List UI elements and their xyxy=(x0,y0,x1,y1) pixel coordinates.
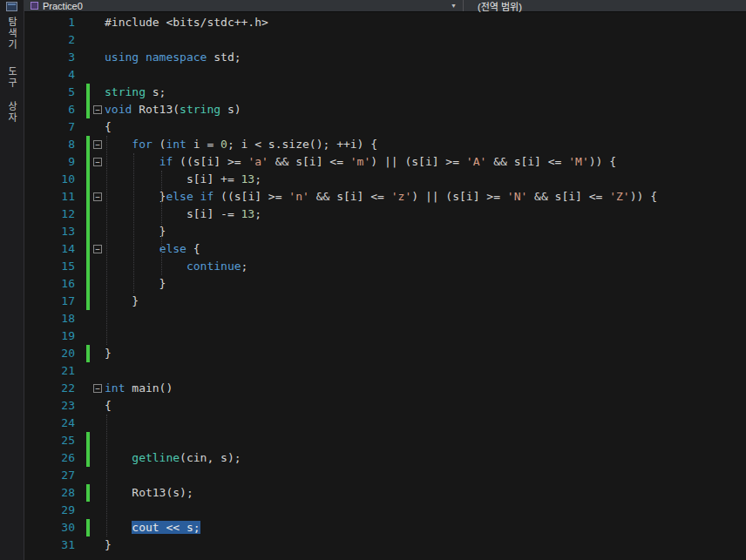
line-number[interactable]: 22 xyxy=(24,380,84,397)
project-dropdown[interactable]: Practice0 ▼ xyxy=(24,0,463,11)
line-number[interactable]: 24 xyxy=(24,415,84,432)
code-editor[interactable]: 1#include <bits/stdc++.h>23using namespa… xyxy=(24,12,746,560)
code-line[interactable]: 9− if ((s[i] >= 'a' && s[i] <= 'm') || (… xyxy=(24,153,746,171)
line-number[interactable]: 30 xyxy=(24,519,84,536)
code-text[interactable] xyxy=(105,502,746,519)
code-line[interactable]: 31} xyxy=(24,536,746,554)
line-number[interactable]: 12 xyxy=(24,206,84,223)
code-line[interactable]: 22−int main() xyxy=(24,380,746,397)
code-text[interactable]: s[i] += 13; xyxy=(105,171,746,188)
code-line[interactable]: 3using namespace std; xyxy=(24,49,746,66)
code-line[interactable]: 19 xyxy=(24,327,746,345)
line-number[interactable]: 7 xyxy=(24,118,84,136)
code-text[interactable]: } xyxy=(105,345,746,362)
code-text[interactable] xyxy=(105,432,746,449)
code-line[interactable]: 26 getline(cin, s); xyxy=(24,449,746,467)
line-number[interactable]: 2 xyxy=(24,31,84,49)
line-number[interactable]: 25 xyxy=(24,432,84,449)
code-text[interactable] xyxy=(105,362,746,380)
line-number[interactable]: 23 xyxy=(24,397,84,415)
scope-dropdown[interactable]: (전역 범위) xyxy=(464,0,746,11)
line-number[interactable]: 28 xyxy=(24,484,84,502)
collapse-region-icon[interactable]: − xyxy=(93,140,102,149)
code-text[interactable] xyxy=(105,31,746,49)
code-text[interactable]: int main() xyxy=(105,380,746,397)
line-number[interactable]: 1 xyxy=(24,14,84,31)
code-line[interactable]: 23{ xyxy=(24,397,746,415)
code-text[interactable]: using namespace std; xyxy=(105,49,746,66)
code-line[interactable]: 14− else { xyxy=(24,240,746,258)
code-line[interactable]: 25 xyxy=(24,432,746,449)
code-line[interactable]: 29 xyxy=(24,502,746,519)
code-text[interactable]: else { xyxy=(105,240,746,258)
line-number[interactable]: 3 xyxy=(24,49,84,66)
line-number[interactable]: 8 xyxy=(24,136,84,153)
line-number[interactable]: 14 xyxy=(24,240,84,258)
code-line[interactable]: 27 xyxy=(24,467,746,484)
code-text[interactable]: cout << s; xyxy=(105,519,746,536)
code-text[interactable] xyxy=(105,327,746,345)
code-text[interactable] xyxy=(105,66,746,84)
code-line[interactable]: 13 } xyxy=(24,223,746,240)
code-line[interactable]: 4 xyxy=(24,66,746,84)
code-line[interactable]: 1#include <bits/stdc++.h> xyxy=(24,14,746,31)
line-number[interactable]: 19 xyxy=(24,327,84,345)
code-line[interactable]: 24 xyxy=(24,415,746,432)
line-number[interactable]: 21 xyxy=(24,362,84,380)
code-text[interactable]: continue; xyxy=(105,258,746,275)
line-number[interactable]: 4 xyxy=(24,66,84,84)
sidebar-tab-toolbox[interactable]: 도구 상자 xyxy=(5,64,19,126)
collapse-region-icon[interactable]: − xyxy=(93,192,102,201)
code-text[interactable]: } xyxy=(105,223,746,240)
collapse-region-icon[interactable]: − xyxy=(93,384,102,393)
line-number[interactable]: 11 xyxy=(24,188,84,206)
collapse-region-icon[interactable]: − xyxy=(93,105,102,114)
code-text[interactable]: if ((s[i] >= 'a' && s[i] <= 'm') || (s[i… xyxy=(105,153,746,171)
collapse-region-icon[interactable]: − xyxy=(93,158,102,166)
code-text[interactable]: #include <bits/stdc++.h> xyxy=(105,14,746,31)
code-text[interactable]: void Rot13(string s) xyxy=(105,101,746,118)
line-number[interactable]: 17 xyxy=(24,293,84,310)
code-line[interactable]: 17 } xyxy=(24,293,746,310)
line-number[interactable]: 5 xyxy=(24,84,84,101)
code-line[interactable]: 15 continue; xyxy=(24,258,746,275)
line-number[interactable]: 16 xyxy=(24,275,84,293)
line-number[interactable]: 15 xyxy=(24,258,84,275)
line-number[interactable]: 20 xyxy=(24,345,84,362)
code-text[interactable]: } xyxy=(105,275,746,293)
code-line[interactable]: 21 xyxy=(24,362,746,380)
code-text[interactable] xyxy=(105,310,746,327)
code-text[interactable]: } xyxy=(105,536,746,554)
code-text[interactable] xyxy=(105,467,746,484)
code-line[interactable]: 16 } xyxy=(24,275,746,293)
line-number[interactable]: 18 xyxy=(24,310,84,327)
code-line[interactable]: 11− }else if ((s[i] >= 'n' && s[i] <= 'z… xyxy=(24,188,746,206)
line-number[interactable]: 10 xyxy=(24,171,84,188)
code-text[interactable]: s[i] -= 13; xyxy=(105,206,746,223)
code-line[interactable]: 20} xyxy=(24,345,746,362)
code-text[interactable]: }else if ((s[i] >= 'n' && s[i] <= 'z') |… xyxy=(105,188,746,206)
line-number[interactable]: 13 xyxy=(24,223,84,240)
code-line[interactable]: 2 xyxy=(24,31,746,49)
code-line[interactable]: 5string s; xyxy=(24,84,746,101)
code-text[interactable] xyxy=(105,415,746,432)
line-number[interactable]: 6 xyxy=(24,101,84,118)
code-text[interactable]: getline(cin, s); xyxy=(105,449,746,467)
line-number[interactable]: 27 xyxy=(24,467,84,484)
code-line[interactable]: 30 cout << s; xyxy=(24,519,746,536)
code-line[interactable]: 18 xyxy=(24,310,746,327)
code-text[interactable]: { xyxy=(105,118,746,136)
code-text[interactable]: { xyxy=(105,397,746,415)
code-line[interactable]: 12 s[i] -= 13; xyxy=(24,206,746,223)
line-number[interactable]: 29 xyxy=(24,502,84,519)
code-text[interactable]: Rot13(s); xyxy=(105,484,746,502)
code-text[interactable]: for (int i = 0; i < s.size(); ++i) { xyxy=(105,136,746,153)
code-line[interactable]: 8− for (int i = 0; i < s.size(); ++i) { xyxy=(24,136,746,153)
code-line[interactable]: 7{ xyxy=(24,118,746,136)
code-line[interactable]: 6−void Rot13(string s) xyxy=(24,101,746,118)
sidebar-tab-explorer[interactable]: 탐색기 xyxy=(5,14,19,53)
code-text[interactable]: } xyxy=(105,293,746,310)
line-number[interactable]: 31 xyxy=(24,536,84,554)
collapse-region-icon[interactable]: − xyxy=(93,245,102,253)
code-line[interactable]: 28 Rot13(s); xyxy=(24,484,746,502)
